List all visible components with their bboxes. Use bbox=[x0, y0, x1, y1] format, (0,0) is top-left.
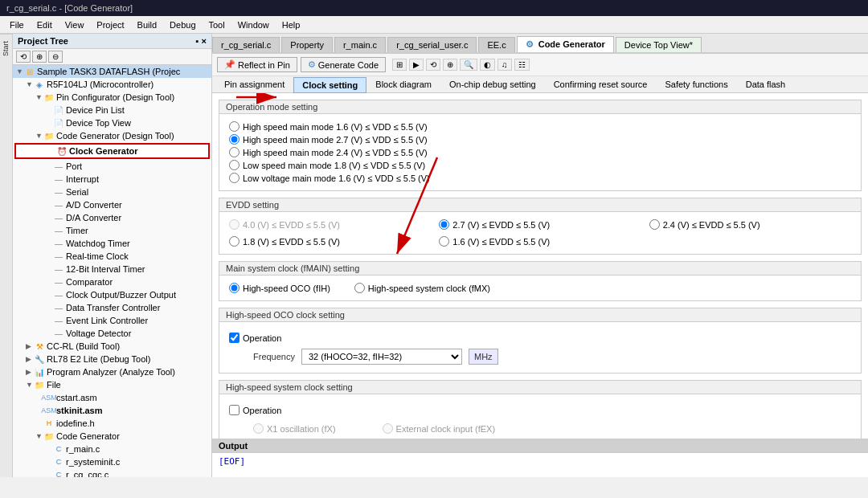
tree-item-mcu[interactable]: ▼ ◈ R5F104LJ (Microcontroller) bbox=[13, 78, 211, 91]
toolbar-icon-6[interactable]: ◐ bbox=[480, 59, 495, 71]
toolbar-icon-7[interactable]: ♫ bbox=[497, 59, 512, 71]
sub-tab-block-diagram[interactable]: Block diagram bbox=[366, 76, 440, 92]
evdd-radio-5[interactable]: 1.6 (V) ≤ EVDD ≤ 5.5 (V) bbox=[439, 236, 641, 247]
op-radio-4[interactable]: Low speed main mode 1.8 (V) ≤ VDD ≤ 5.5 … bbox=[229, 160, 851, 170]
tree-item-serial[interactable]: — Serial bbox=[13, 186, 211, 198]
tree-label: Port bbox=[66, 161, 82, 171]
tree-label: CC-RL (Build Tool) bbox=[47, 341, 120, 351]
tree-item-pin-config[interactable]: ▼ 📁 Pin Configurator (Design Tool) bbox=[13, 91, 211, 104]
12bit-icon: — bbox=[53, 263, 64, 275]
sub-tab-clock-setting[interactable]: Clock setting bbox=[293, 77, 366, 93]
tree-item-cstart[interactable]: ASM cstart.asm bbox=[13, 391, 211, 404]
tree-item-clock-gen[interactable]: ⏰ Clock Generator bbox=[14, 143, 210, 159]
sidebar-btn-1[interactable]: ⟲ bbox=[16, 51, 31, 63]
toolbar-icon-5[interactable]: 🔍 bbox=[460, 59, 477, 71]
content-wrapper: Operation mode setting High speed main m… bbox=[212, 93, 868, 477]
tree-item-iodefine[interactable]: H iodefine.h bbox=[13, 417, 211, 430]
tree-label: Interrupt bbox=[66, 174, 99, 184]
tree-item-cc-rl[interactable]: ▶ ⚒ CC-RL (Build Tool) bbox=[13, 340, 211, 353]
hss-ext-radio[interactable]: External clock input (fEX) bbox=[383, 423, 496, 434]
hss-operation-checkbox[interactable]: Operation bbox=[229, 405, 281, 415]
tree-item-code-gen[interactable]: ▼ 📁 Code Generator (Design Tool) bbox=[13, 129, 211, 142]
c-icon: C bbox=[53, 443, 64, 455]
sub-tab-on-chip-debug[interactable]: On-chip debug setting bbox=[440, 76, 545, 92]
tree-label: Sample TASK3 DATAFLASH (Projec bbox=[37, 67, 180, 76]
tree-item-data-transfer[interactable]: — Data Transfer Controller bbox=[13, 301, 211, 314]
operation-mode-section: Operation mode setting High speed main m… bbox=[219, 100, 862, 191]
main-clock-radio-1[interactable]: High-speed OCO (fIH) bbox=[229, 283, 330, 293]
evdd-radio-3[interactable]: 2.4 (V) ≤ EVDD ≤ 5.5 (V) bbox=[649, 219, 851, 230]
menu-help[interactable]: Help bbox=[276, 18, 307, 31]
tree-item-device-pin[interactable]: 📄 Device Pin List bbox=[13, 104, 211, 116]
tree-item-r-main[interactable]: C r_main.c bbox=[13, 443, 211, 455]
menu-tool[interactable]: Tool bbox=[203, 18, 231, 31]
frequency-select[interactable]: 32 (fHOCO=32, fIH=32) 24 (fHOCO=24, fIH=… bbox=[301, 349, 462, 365]
tree-item-timer[interactable]: — Timer bbox=[13, 224, 211, 237]
tree-item-12bit[interactable]: — 12-Bit Interval Timer bbox=[13, 263, 211, 276]
toolbar-icon-2[interactable]: ▶ bbox=[409, 59, 424, 71]
tab-ee[interactable]: EE.c bbox=[478, 37, 514, 52]
menu-project[interactable]: Project bbox=[90, 18, 130, 31]
generate-code-button[interactable]: ⚙ Generate Code bbox=[301, 57, 386, 72]
tree-item-comparator[interactable]: — Comparator bbox=[13, 276, 211, 288]
tab-r-cg-serial-user[interactable]: r_cg_serial_user.c bbox=[387, 37, 477, 52]
tree-item-da-converter[interactable]: — D/A Converter bbox=[13, 211, 211, 224]
toolbar-icon-1[interactable]: ⊞ bbox=[392, 59, 407, 71]
tree-item-code-gen-folder[interactable]: ▼ 📁 Code Generator bbox=[13, 430, 211, 443]
tree-item-rl78[interactable]: ▶ 🔧 RL78 E2 Lite (Debug Tool) bbox=[13, 353, 211, 365]
evdd-radio-4[interactable]: 1.8 (V) ≤ EVDD ≤ 5.5 (V) bbox=[229, 236, 431, 247]
op-radio-1[interactable]: High speed main mode 1.6 (V) ≤ VDD ≤ 5.5… bbox=[229, 121, 851, 132]
op-radio-2[interactable]: High speed main mode 2.7 (V) ≤ VDD ≤ 5.5… bbox=[229, 134, 851, 145]
sub-tab-data-flash[interactable]: Data flash bbox=[737, 76, 795, 92]
tree-item-realtime[interactable]: — Real-time Clock bbox=[13, 250, 211, 263]
tree-item-device-top[interactable]: 📄 Device Top View bbox=[13, 116, 211, 129]
sidebar-btn-3[interactable]: ⊖ bbox=[48, 51, 63, 63]
vert-label-start[interactable]: Start bbox=[0, 34, 12, 63]
operation-mode-title: Operation mode setting bbox=[219, 100, 861, 114]
tab-code-generator[interactable]: ⚙ Code Generator bbox=[517, 36, 614, 53]
tree-item-watchdog[interactable]: — Watchdog Timer bbox=[13, 237, 211, 250]
menu-debug[interactable]: Debug bbox=[163, 18, 202, 31]
tree-item-ad-converter[interactable]: — A/D Converter bbox=[13, 198, 211, 211]
expand-icon: ▼ bbox=[35, 132, 43, 140]
op-radio-5[interactable]: Low voltage main mode 1.6 (V) ≤ VDD ≤ 5.… bbox=[229, 173, 851, 183]
sub-tab-pin-assignment[interactable]: Pin assignment bbox=[215, 76, 293, 92]
tree-item-event-link[interactable]: — Event Link Controller bbox=[13, 314, 211, 327]
menu-file[interactable]: File bbox=[3, 18, 31, 31]
tree-item-r-cg-cgc[interactable]: C r_cg_cgc.c bbox=[13, 468, 211, 477]
tree-label: r_systeminit.c bbox=[66, 457, 120, 467]
menu-view[interactable]: View bbox=[59, 18, 91, 31]
evdd-radio-1[interactable]: 4.0 (V) ≤ EVDD ≤ 5.5 (V) bbox=[229, 219, 431, 230]
hss-x1-radio[interactable]: X1 oscillation (fX) bbox=[253, 423, 336, 434]
tab-r-main[interactable]: r_main.c bbox=[334, 37, 386, 52]
frequency-unit: MHz bbox=[469, 349, 498, 365]
toolbar-icon-3[interactable]: ⟲ bbox=[426, 59, 440, 71]
tree-item-voltage[interactable]: — Voltage Detector bbox=[13, 327, 211, 340]
tab-r-cg-serial[interactable]: r_cg_serial.c bbox=[212, 37, 280, 52]
tree-item-file[interactable]: ▼ 📁 File bbox=[13, 378, 211, 391]
tree-item-analyzer[interactable]: ▶ 📊 Program Analyzer (Analyze Tool) bbox=[13, 365, 211, 378]
main-clock-radio-2[interactable]: High-speed system clock (fMX) bbox=[354, 283, 490, 293]
interrupt-icon: — bbox=[53, 173, 64, 185]
menu-build[interactable]: Build bbox=[131, 18, 163, 31]
sub-tab-confirming-reset[interactable]: Confirming reset source bbox=[545, 76, 657, 92]
tree-item-r-systeminit[interactable]: C r_systeminit.c bbox=[13, 455, 211, 468]
sub-tab-safety[interactable]: Safety functions bbox=[656, 76, 736, 92]
hoco-operation-checkbox[interactable]: Operation bbox=[229, 333, 281, 343]
op-radio-3[interactable]: High speed main mode 2.4 (V) ≤ VDD ≤ 5.5… bbox=[229, 147, 851, 157]
tree-item-port[interactable]: — Port bbox=[13, 160, 211, 173]
toolbar-icon-8[interactable]: ☷ bbox=[514, 59, 530, 71]
tree-item-interrupt[interactable]: — Interrupt bbox=[13, 173, 211, 186]
tree-item-stkinit[interactable]: ASM stkinit.asm bbox=[13, 404, 211, 417]
sidebar-btn-2[interactable]: ⊕ bbox=[32, 51, 47, 63]
tab-device-top-view[interactable]: Device Top View* bbox=[616, 37, 702, 52]
menu-edit[interactable]: Edit bbox=[31, 18, 59, 31]
evdd-radio-2[interactable]: 2.7 (V) ≤ EVDD ≤ 5.5 (V) bbox=[439, 219, 641, 230]
tree-item-clock-output[interactable]: — Clock Output/Buzzer Output bbox=[13, 288, 211, 301]
tree-label: R5F104LJ (Microcontroller) bbox=[47, 80, 154, 89]
tree-item-project[interactable]: ▼ ⊞ Sample TASK3 DATAFLASH (Projec bbox=[13, 65, 211, 78]
tab-property[interactable]: Property bbox=[281, 37, 333, 52]
menu-window[interactable]: Window bbox=[231, 18, 276, 31]
toolbar-icon-4[interactable]: ⊕ bbox=[443, 59, 457, 71]
reflect-in-pin-button[interactable]: 📌 Reflect in Pin bbox=[217, 57, 297, 72]
